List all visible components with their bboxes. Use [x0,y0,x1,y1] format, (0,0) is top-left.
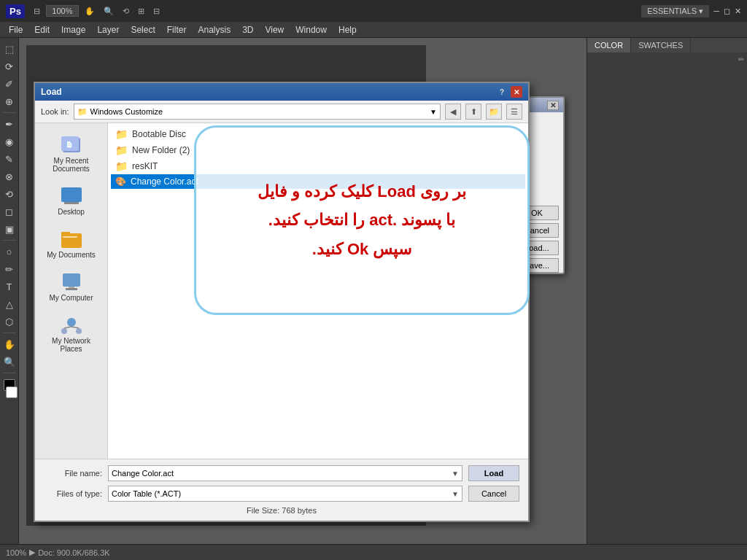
tool-clone[interactable]: ⊗ [1,168,18,184]
svg-point-12 [61,328,67,334]
svg-rect-8 [63,273,80,287]
file-name-newfolder: New Folder (2) [132,145,190,155]
zoom-input[interactable]: 100% [46,5,79,17]
tool-separator-4 [3,373,16,373]
sidebar-desktop[interactable]: Desktop [38,180,104,220]
tool-lasso[interactable]: ⟳ [1,58,18,74]
tool-gradient[interactable]: ▣ [1,221,18,237]
close-icon[interactable]: ✕ [735,7,741,16]
menu-help[interactable]: Help [333,23,363,36]
tool-path[interactable]: △ [1,296,18,312]
tab-color[interactable]: COLOR [587,38,631,52]
arrange-icon[interactable]: ⊟ [150,5,163,18]
svg-rect-3 [61,187,82,202]
tool-crop[interactable]: ⊕ [1,93,18,109]
cancel-button[interactable]: Cancel [468,486,519,502]
svg-line-15 [71,327,79,328]
tool-brush[interactable]: ✎ [1,151,18,167]
up-button[interactable]: ⬆ [465,104,481,120]
load-footer: File name: Change Color.act ▼ Load Files… [35,459,528,521]
back-button[interactable]: ◀ [445,104,461,120]
tool-quickselect[interactable]: ✐ [1,76,18,92]
svg-point-13 [76,328,82,334]
rotate-icon[interactable]: ⟲ [120,5,132,18]
svg-rect-7 [63,236,77,238]
filesize-text: File Size: 768 bytes [247,506,317,515]
restore-icon[interactable]: ◻ [724,7,730,16]
filename-label: File name: [44,469,102,478]
tool-history[interactable]: ⟲ [1,186,18,202]
act-icon-changecolor: 🎨 [115,176,126,187]
menu-select[interactable]: Select [125,23,160,36]
lookin-folder-icon: 📁 [77,107,88,117]
tool-separator-3 [3,332,16,333]
tool-spot-heal[interactable]: ◉ [1,133,18,149]
minimize-icon[interactable]: ─ [713,7,719,15]
sidebar-mynetwork-label: My Network Places [41,337,101,353]
sidebar-mycomputer[interactable]: My Computer [38,266,104,306]
hand-icon[interactable]: ✋ [82,5,98,18]
essentials-label[interactable]: ESSENTIALS ▾ [641,5,709,18]
grid-icon[interactable]: ⊞ [135,5,147,18]
tool-text[interactable]: T [1,279,18,295]
file-name-reskit: resKIT [132,161,158,171]
filename-input[interactable]: Change Color.act ▼ [108,465,462,481]
sidebar-desktop-label: Desktop [58,208,85,216]
load-close-icon[interactable]: ✕ [511,86,522,98]
tool-hand[interactable]: ✋ [1,336,18,352]
new-folder-button[interactable]: 📁 [486,104,502,120]
ps-right-panel: COLOR SWATCHES ✏ [587,38,747,544]
sidebar-mydocs[interactable]: My Documents [38,223,104,263]
load-help-icon[interactable]: ? [496,86,508,98]
filetype-dropdown[interactable]: Color Table (*.ACT) ▼ [108,486,462,502]
tool-pen[interactable]: ✏ [1,261,18,277]
sidebar-mycomputer-label: My Computer [49,294,93,302]
ps-topbar-icons: ⊟ 100% ✋ 🔍 ⟲ ⊞ ⊟ [31,5,163,18]
lookin-value: Windows Customize [90,107,163,116]
tool-zoom[interactable]: 🔍 [1,354,18,370]
tool-shape[interactable]: ⬡ [1,314,18,330]
menu-view[interactable]: View [259,23,290,36]
instruction-overlay: بر روی Load کلیک کرده و فایل با پسوند .a… [194,125,530,315]
view-button[interactable]: ☰ [506,104,522,120]
tool-eraser[interactable]: ◻ [1,203,18,219]
cp-close-btn[interactable]: ✕ [547,101,559,110]
menu-edit[interactable]: Edit [28,23,55,36]
filetype-label: Files of type: [44,489,102,498]
tool-marquee[interactable]: ⬚ [1,41,18,57]
svg-rect-5 [61,233,82,248]
svg-rect-9 [66,288,77,290]
lookin-arrow: ▼ [430,108,437,116]
menu-image[interactable]: Image [55,23,91,36]
folder-icon-newfolder: 📁 [115,144,128,156]
ps-toolbar: ⬚ ⟳ ✐ ⊕ ✒ ◉ ✎ ⊗ ⟲ ◻ ▣ ○ ✏ T △ ⬡ ✋ 🔍 [0,38,19,544]
tool-eyedropper[interactable]: ✒ [1,116,18,132]
sidebar-recent[interactable]: 📄 My Recent Documents [38,129,104,177]
tool-dodge[interactable]: ○ [1,244,18,260]
folder-icon-reskit: 📁 [115,160,128,172]
tool-separator-1 [3,112,16,113]
filename-row: File name: Change Color.act ▼ Load [44,465,519,481]
menu-file[interactable]: File [3,23,28,36]
menu-analysis[interactable]: Analysis [192,23,236,36]
load-titlebar: Load ? ✕ [35,83,528,101]
background-color[interactable] [6,386,18,398]
menu-filter[interactable]: Filter [161,23,193,36]
search-icon[interactable]: 🔍 [101,5,117,18]
menu-layer[interactable]: Layer [91,23,125,36]
sidebar-mynetwork[interactable]: My Network Places [38,309,104,357]
status-icon: ▶ [29,548,35,557]
lookin-dropdown[interactable]: 📁 Windows Customize ▼ [74,104,441,120]
lookin-label: Look in: [41,107,69,116]
svg-text:📄: 📄 [66,141,73,148]
tab-swatches[interactable]: SWATCHES [631,38,691,52]
status-zoom: 100% [6,548,26,557]
ps-main: ⬚ ⟳ ✐ ⊕ ✒ ◉ ✎ ⊗ ⟲ ◻ ▣ ○ ✏ T △ ⬡ ✋ 🔍 ✕ [0,38,747,544]
mydocs-icon [57,228,86,251]
panel-content: ✏ [587,52,747,68]
file-name-bootable: Bootable Disc [132,129,186,139]
load-button[interactable]: Load [468,465,519,481]
menu-window[interactable]: Window [290,23,333,36]
menu-3d[interactable]: 3D [236,23,259,36]
filesize-row: File Size: 768 bytes [44,506,519,515]
